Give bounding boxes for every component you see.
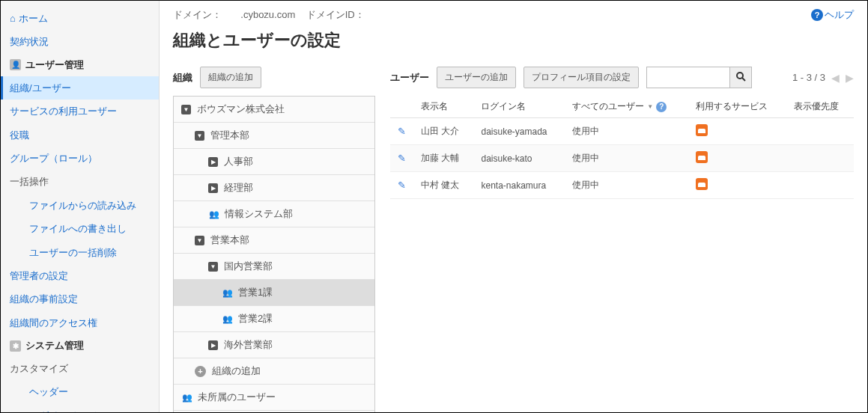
svg-line-1 — [742, 78, 745, 81]
domain-value: .cybozu.com — [240, 9, 295, 20]
users-icon: 👥 — [181, 393, 193, 403]
col-login-name: ログイン名 — [473, 96, 565, 118]
org-tree: ボウズマン株式会社管理本部人事部経理部👥情報システム部営業本部国内営業部👥営業1… — [173, 96, 375, 412]
cell-status: 使用中 — [565, 118, 688, 145]
user-section-icon: 👤 — [10, 59, 21, 70]
sidebar: ⌂ ホーム 契約状況 👤 ユーザー管理 組織/ユーザー サービスの利用ユーザー … — [1, 1, 160, 412]
service-icon — [696, 151, 708, 163]
nav-header[interactable]: ヘッダー — [1, 380, 159, 403]
nav-bulk-label: 一括操作 — [1, 170, 159, 193]
tree-item[interactable]: 👥営業1課 — [174, 280, 374, 306]
tree-item[interactable]: 人事部 — [174, 149, 374, 175]
users-icon: 👥 — [222, 288, 234, 298]
nav-admin-settings[interactable]: 管理者の設定 — [1, 264, 159, 287]
tree-unassigned[interactable]: 👥未所属のユーザー — [174, 385, 374, 411]
pager-prev-icon[interactable]: ◀ — [831, 72, 840, 84]
pager-next-icon[interactable]: ▶ — [846, 72, 854, 84]
user-column: ユーザー ユーザーの追加 プロフィール項目の設定 1 - 3 / 3 ◀ ▶ — [390, 67, 854, 412]
expand-icon[interactable] — [208, 157, 218, 167]
expand-icon[interactable] — [208, 183, 218, 193]
cell-status: 使用中 — [565, 172, 688, 199]
nav-home[interactable]: ⌂ ホーム — [1, 7, 159, 30]
col-filter[interactable]: すべてのユーザー ▼ ? — [565, 96, 688, 118]
tree-add-label: 組織の追加 — [212, 364, 261, 378]
page-title: 組織とユーザーの設定 — [173, 29, 854, 52]
domain-id-label: ドメインID： — [306, 9, 365, 20]
tree-item[interactable]: ボウズマン株式会社 — [174, 97, 374, 123]
org-title: 組織 — [173, 71, 192, 85]
nav-org-user[interactable]: 組織/ユーザー — [1, 76, 159, 100]
cell-display-name: 中村 健太 — [413, 172, 473, 199]
edit-icon[interactable]: ✎ — [398, 126, 406, 137]
cell-login-name: kenta-nakamura — [473, 172, 565, 199]
main-content: ドメイン： .cybozu.com ドメインID： ? ヘルプ 組織とユーザーの… — [160, 1, 867, 412]
table-row: ✎加藤 大輔daisuke-kato使用中 — [390, 145, 854, 172]
edit-icon[interactable]: ✎ — [398, 180, 406, 191]
tree-all-users[interactable]: 👥すべてのユーザー — [174, 411, 374, 412]
caret-down-icon: ▼ — [647, 103, 653, 110]
tree-item[interactable]: 営業本部 — [174, 227, 374, 254]
nav-bulk-delete[interactable]: ユーザーの一括削除 — [1, 241, 159, 264]
nav-login-page[interactable]: ログインページ — [1, 404, 159, 412]
col-priority: 表示優先度 — [786, 96, 854, 118]
search-icon — [735, 71, 746, 82]
plus-icon: + — [195, 366, 206, 377]
domain-label: ドメイン： — [173, 9, 222, 20]
tree-item[interactable]: 管理本部 — [174, 123, 374, 149]
help-tooltip-icon[interactable]: ? — [656, 102, 667, 112]
cell-login-name: daisuke-yamada — [473, 118, 565, 145]
tree-item[interactable]: 経理部 — [174, 175, 374, 201]
pager-text: 1 - 3 / 3 — [792, 72, 825, 83]
users-icon: 👥 — [222, 314, 234, 324]
collapse-icon[interactable] — [195, 131, 204, 141]
nav-org-access[interactable]: 組織間のアクセス権 — [1, 311, 159, 334]
nav-home-label: ホーム — [19, 10, 48, 27]
tree-item-label: 管理本部 — [210, 129, 249, 142]
tree-item-label: 営業2課 — [238, 312, 273, 325]
tree-item-label: ボウズマン株式会社 — [197, 103, 285, 116]
nav-service-users[interactable]: サービスの利用ユーザー — [1, 100, 159, 123]
service-icon — [696, 178, 708, 190]
col-services: 利用するサービス — [688, 96, 786, 118]
add-user-button[interactable]: ユーザーの追加 — [437, 67, 516, 88]
tree-item-label: 営業1課 — [238, 286, 273, 299]
gear-section-icon: ✱ — [10, 340, 21, 352]
user-table: 表示名 ログイン名 すべてのユーザー ▼ ? 利用するサービス 表示優先度 — [390, 96, 854, 199]
search-input[interactable] — [647, 68, 729, 87]
help-icon: ? — [811, 9, 823, 21]
nav-customize-label: カスタマイズ — [1, 357, 159, 380]
nav-positions[interactable]: 役職 — [1, 123, 159, 147]
tree-item-label: 人事部 — [224, 155, 253, 168]
nav-org-preset[interactable]: 組織の事前設定 — [1, 287, 159, 310]
help-link[interactable]: ? ヘルプ — [811, 8, 854, 22]
svg-point-0 — [737, 73, 743, 79]
tree-item[interactable]: 海外営業部 — [174, 332, 374, 358]
users-icon: 👥 — [208, 209, 220, 219]
tree-item[interactable]: 👥情報システム部 — [174, 201, 374, 227]
tree-item[interactable]: 国内営業部 — [174, 254, 374, 280]
top-bar: ドメイン： .cybozu.com ドメインID： ? ヘルプ — [173, 8, 854, 22]
collapse-icon[interactable] — [195, 236, 204, 245]
tree-item[interactable]: 👥営業2課 — [174, 306, 374, 332]
tree-item-label: 経理部 — [224, 181, 253, 195]
cell-display-name: 加藤 大輔 — [413, 145, 473, 172]
col-display-name: 表示名 — [413, 96, 473, 118]
nav-import[interactable]: ファイルからの読み込み — [1, 194, 159, 217]
table-row: ✎山田 大介daisuke-yamada使用中 — [390, 118, 854, 145]
nav-groups[interactable]: グループ（ロール） — [1, 147, 159, 170]
tree-add-org[interactable]: +組織の追加 — [174, 358, 374, 385]
expand-icon[interactable] — [208, 340, 218, 350]
collapse-icon[interactable] — [181, 105, 191, 114]
cell-login-name: daisuke-kato — [473, 145, 565, 172]
edit-icon[interactable]: ✎ — [398, 153, 406, 164]
nav-contract[interactable]: 契約状況 — [1, 30, 159, 53]
service-icon — [696, 124, 708, 136]
tree-item-label: 国内営業部 — [224, 260, 273, 273]
section-user-mgmt: 👤 ユーザー管理 — [1, 54, 159, 76]
nav-export[interactable]: ファイルへの書き出し — [1, 217, 159, 240]
pager: 1 - 3 / 3 ◀ ▶ — [792, 72, 854, 84]
collapse-icon[interactable] — [208, 262, 218, 272]
search-button[interactable] — [729, 67, 751, 88]
add-org-button[interactable]: 組織の追加 — [200, 67, 261, 88]
profile-fields-button[interactable]: プロフィール項目の設定 — [523, 67, 639, 88]
